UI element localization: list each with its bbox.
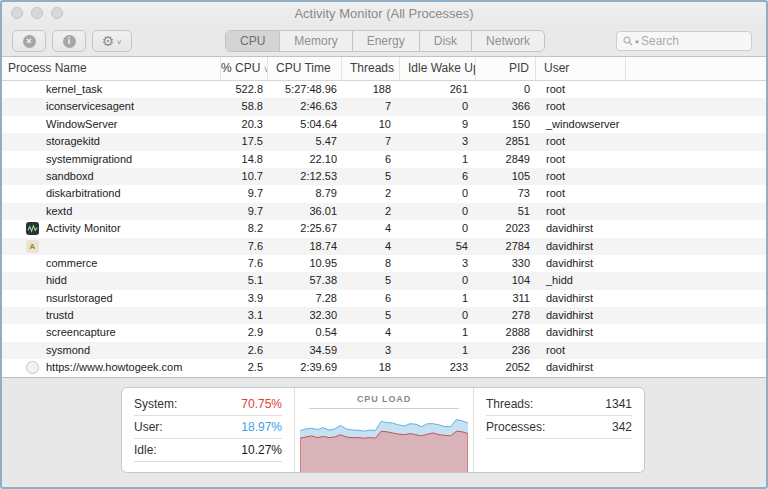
pid-cell: 2888 <box>476 324 536 341</box>
process-name: sandboxd <box>46 168 94 185</box>
table-row[interactable]: sysmond2.634.5931236root <box>0 342 768 359</box>
stat-value: 18.97% <box>241 420 282 434</box>
cpu-percent-stats: System:70.75%User:18.97%Idle:10.27% <box>122 388 294 472</box>
user-cell: root <box>536 133 626 150</box>
chart-title-divider <box>309 408 459 409</box>
footer-area: System:70.75%User:18.97%Idle:10.27% CPU … <box>0 377 768 489</box>
threads-cell: 10 <box>342 116 400 133</box>
threads-cell: 2 <box>342 185 400 202</box>
table-row[interactable]: systemmigrationd14.822.10612849root <box>0 151 768 168</box>
table-row[interactable]: https://www.howtogeek.com2.52:39.6918233… <box>0 359 768 376</box>
table-row[interactable]: A7.618.744542784davidhirst <box>0 238 768 255</box>
cpu-time-cell: 57.38 <box>268 272 342 289</box>
process-name-cell: trustd <box>0 307 221 324</box>
pid-cell: 2849 <box>476 151 536 168</box>
pid-cell: 51 <box>476 203 536 220</box>
stat-label: Idle: <box>134 443 157 457</box>
user-cell: _windowserver <box>536 116 626 133</box>
inspect-process-button[interactable]: i <box>52 30 86 52</box>
cpu-cell: 2.9 <box>221 324 268 341</box>
table-row[interactable]: kernel_task522.85:27:48.961882610root <box>0 81 768 98</box>
process-name: sysmond <box>46 342 90 359</box>
pid-cell: 0 <box>476 81 536 98</box>
table-row[interactable]: trustd3.132.3050278davidhirst <box>0 307 768 324</box>
cpu-cell: 58.8 <box>221 98 268 115</box>
column-header-threads[interactable]: Threads <box>342 57 400 80</box>
tab-energy[interactable]: Energy <box>353 31 420 51</box>
column-header-user[interactable]: User <box>536 57 626 80</box>
tab-network[interactable]: Network <box>472 31 544 51</box>
table-row[interactable]: screencapture2.90.54412888davidhirst <box>0 324 768 341</box>
quit-process-icon: × <box>23 35 36 48</box>
process-name-cell: diskarbitrationd <box>0 185 221 202</box>
process-name-cell: systemmigrationd <box>0 151 221 168</box>
idle-wake-ups-cell: 261 <box>400 81 476 98</box>
idle-wake-ups-cell: 1 <box>400 290 476 307</box>
table-row[interactable]: sandboxd10.72:12.5356105root <box>0 168 768 185</box>
cpu-cell: 9.7 <box>221 185 268 202</box>
user-cell: davidhirst <box>536 290 626 307</box>
user-cell: davidhirst <box>536 220 626 237</box>
threads-cell: 6 <box>342 151 400 168</box>
search-field[interactable]: ▾ <box>616 31 752 51</box>
idle-wake-ups-cell: 3 <box>400 133 476 150</box>
threads-cell: 5 <box>342 168 400 185</box>
column-header-process-name[interactable]: Process Name <box>0 57 221 80</box>
process-name: commerce <box>46 255 97 272</box>
process-name-cell: hidd <box>0 272 221 289</box>
tab-disk[interactable]: Disk <box>420 31 472 51</box>
threads-cell: 5 <box>342 272 400 289</box>
cpu-time-cell: 8.79 <box>268 185 342 202</box>
pid-cell: 2851 <box>476 133 536 150</box>
idle-wake-ups-cell: 1 <box>400 151 476 168</box>
table-row[interactable]: commerce7.610.9583330davidhirst <box>0 255 768 272</box>
cpu-cell: 17.5 <box>221 133 268 150</box>
cpu-time-cell: 0.54 <box>268 324 342 341</box>
idle-wake-ups-cell: 54 <box>400 238 476 255</box>
cpu-cell: 8.2 <box>221 220 268 237</box>
table-row[interactable]: diskarbitrationd9.78.792073root <box>0 185 768 202</box>
process-table: kernel_task522.85:27:48.961882610rootico… <box>0 81 768 377</box>
cpu-cell: 14.8 <box>221 151 268 168</box>
search-input[interactable] <box>641 34 745 48</box>
user-cell: root <box>536 98 626 115</box>
cpu-load-chart <box>300 415 468 473</box>
threads-cell: 6 <box>342 290 400 307</box>
cpu-time-cell: 34.59 <box>268 342 342 359</box>
stat-value: 10.27% <box>241 443 282 457</box>
cpu-time-cell: 7.28 <box>268 290 342 307</box>
idle-wake-ups-cell: 3 <box>400 255 476 272</box>
cpu-cell: 2.6 <box>221 342 268 359</box>
info-icon: i <box>63 35 76 48</box>
tab-cpu[interactable]: CPU <box>226 31 280 51</box>
pid-cell: 2784 <box>476 238 536 255</box>
options-dropdown-button[interactable]: ⚙ ∨ <box>92 30 132 52</box>
cpu-time-cell: 5:27:48.96 <box>268 81 342 98</box>
table-row[interactable]: hidd5.157.3850104_hidd <box>0 272 768 289</box>
process-name-cell: iconservicesagent <box>0 98 221 115</box>
toolbar: × i ⚙ ∨ CPUMemoryEnergyDiskNetwork ▾ <box>0 26 768 57</box>
activity-monitor-window: Activity Monitor (All Processes) × i ⚙ ∨… <box>0 0 768 489</box>
table-row[interactable]: nsurlstoraged3.97.2861311davidhirst <box>0 290 768 307</box>
quit-process-button[interactable]: × <box>12 30 46 52</box>
table-row[interactable]: storagekitd17.55.47732851root <box>0 133 768 150</box>
table-row[interactable]: WindowServer20.35:04.64109150_windowserv… <box>0 116 768 133</box>
threads-processes-stats: Threads:1341Processes:342 <box>474 388 644 472</box>
cpu-cell: 7.6 <box>221 255 268 272</box>
table-row[interactable]: Activity Monitor8.22:25.67402023davidhir… <box>0 220 768 237</box>
cpu-summary-panel: System:70.75%User:18.97%Idle:10.27% CPU … <box>121 387 645 473</box>
pid-cell: 2023 <box>476 220 536 237</box>
column-header-pid[interactable]: PID <box>476 57 536 80</box>
process-name: storagekitd <box>46 133 100 150</box>
pid-cell: 366 <box>476 98 536 115</box>
cpu-time-cell: 2:46.63 <box>268 98 342 115</box>
user-cell: davidhirst <box>536 238 626 255</box>
table-row[interactable]: iconservicesagent58.82:46.6370366root <box>0 98 768 115</box>
process-name: screencapture <box>46 324 116 341</box>
column-header-cpu-time[interactable]: CPU Time <box>268 57 342 80</box>
tab-memory[interactable]: Memory <box>280 31 352 51</box>
column-header-idle-wake-ups[interactable]: Idle Wake Ups <box>400 57 476 80</box>
table-row[interactable]: kextd9.736.012051root <box>0 203 768 220</box>
process-name: WindowServer <box>46 116 118 133</box>
column-header--cpu[interactable]: % CPU∨ <box>221 57 268 80</box>
